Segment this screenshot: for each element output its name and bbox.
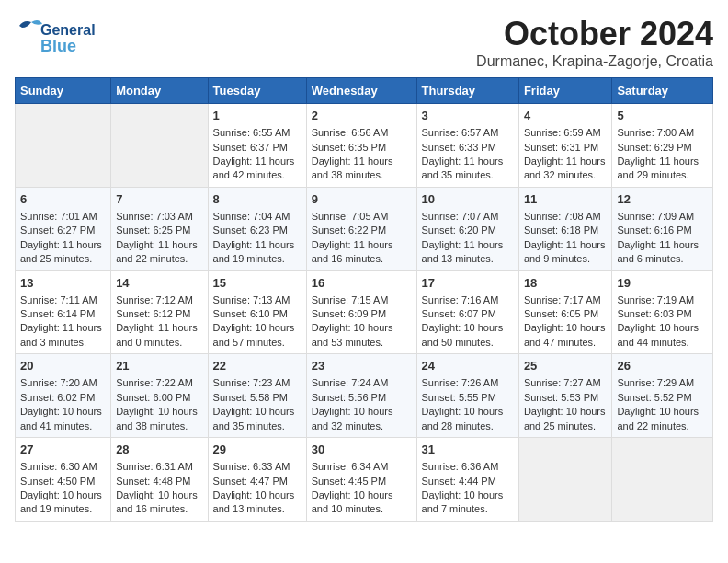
sunrise-label: Sunrise: 7:09 AM <box>617 211 694 222</box>
day-cell: 31Sunrise: 6:36 AMSunset: 4:44 PMDayligh… <box>416 438 518 522</box>
day-number: 5 <box>617 108 708 124</box>
day-number: 13 <box>20 275 106 292</box>
day-number: 17 <box>422 275 514 292</box>
day-cell: 6Sunrise: 7:01 AMSunset: 6:27 PMDaylight… <box>16 187 111 270</box>
daylight-label: Daylight: 10 hours and 44 minutes. <box>617 322 699 347</box>
daylight-label: Daylight: 11 hours and 32 minutes. <box>524 155 606 180</box>
sunrise-label: Sunrise: 7:16 AM <box>422 294 499 305</box>
daylight-label: Daylight: 11 hours and 38 minutes. <box>312 155 393 180</box>
daylight-label: Daylight: 10 hours and 38 minutes. <box>116 406 198 431</box>
sunrise-label: Sunrise: 7:08 AM <box>524 211 601 222</box>
day-number: 14 <box>116 275 202 292</box>
day-cell: 24Sunrise: 7:26 AMSunset: 5:55 PMDayligh… <box>416 354 518 438</box>
day-cell: 1Sunrise: 6:55 AMSunset: 6:37 PMDaylight… <box>208 104 306 188</box>
sunrise-label: Sunrise: 7:17 AM <box>524 294 601 305</box>
sunrise-label: Sunrise: 7:27 AM <box>524 377 601 388</box>
title-block: October 2024 Durmanec, Krapina-Zagorje, … <box>476 15 713 70</box>
daylight-label: Daylight: 11 hours and 19 minutes. <box>213 239 295 264</box>
day-cell: 12Sunrise: 7:09 AMSunset: 6:16 PMDayligh… <box>612 187 713 270</box>
day-cell: 4Sunrise: 6:59 AMSunset: 6:31 PMDaylight… <box>518 104 612 188</box>
week-row-4: 20Sunrise: 7:20 AMSunset: 6:02 PMDayligh… <box>16 354 713 438</box>
day-number: 11 <box>524 191 608 208</box>
daylight-label: Daylight: 10 hours and 50 minutes. <box>422 322 504 347</box>
daylight-label: Daylight: 11 hours and 3 minutes. <box>20 322 102 347</box>
sunset-label: Sunset: 6:29 PM <box>617 142 691 153</box>
day-cell: 30Sunrise: 6:34 AMSunset: 4:45 PMDayligh… <box>306 438 416 522</box>
sunrise-label: Sunrise: 7:03 AM <box>116 211 193 222</box>
day-number: 3 <box>422 108 514 124</box>
sunset-label: Sunset: 5:52 PM <box>617 392 691 403</box>
day-cell: 7Sunrise: 7:03 AMSunset: 6:25 PMDaylight… <box>111 187 208 270</box>
daylight-label: Daylight: 10 hours and 13 minutes. <box>213 489 295 514</box>
daylight-label: Daylight: 10 hours and 22 minutes. <box>617 406 699 431</box>
sunset-label: Sunset: 6:35 PM <box>312 142 386 153</box>
svg-text:General: General <box>40 22 96 38</box>
sunrise-label: Sunrise: 7:13 AM <box>213 294 290 305</box>
daylight-label: Daylight: 11 hours and 13 minutes. <box>422 239 504 264</box>
daylight-label: Daylight: 11 hours and 29 minutes. <box>617 155 699 180</box>
day-cell: 11Sunrise: 7:08 AMSunset: 6:18 PMDayligh… <box>518 187 612 270</box>
daylight-label: Daylight: 10 hours and 41 minutes. <box>20 406 102 431</box>
sunset-label: Sunset: 5:55 PM <box>422 392 496 403</box>
sunset-label: Sunset: 4:48 PM <box>116 476 190 487</box>
daylight-label: Daylight: 11 hours and 25 minutes. <box>20 239 102 264</box>
day-cell: 17Sunrise: 7:16 AMSunset: 6:07 PMDayligh… <box>416 270 518 354</box>
day-number: 19 <box>617 275 708 292</box>
day-number: 28 <box>116 442 202 458</box>
day-number: 15 <box>213 275 301 292</box>
sunset-label: Sunset: 5:58 PM <box>213 392 288 403</box>
sunrise-label: Sunrise: 6:36 AM <box>422 461 499 472</box>
day-cell: 22Sunrise: 7:23 AMSunset: 5:58 PMDayligh… <box>208 354 306 438</box>
day-number: 4 <box>524 108 608 124</box>
day-number: 18 <box>524 275 608 292</box>
daylight-label: Daylight: 10 hours and 35 minutes. <box>213 406 295 431</box>
sunrise-label: Sunrise: 7:22 AM <box>116 377 193 388</box>
sunrise-label: Sunrise: 7:26 AM <box>422 377 499 388</box>
sunset-label: Sunset: 4:50 PM <box>20 476 95 487</box>
day-cell: 14Sunrise: 7:12 AMSunset: 6:12 PMDayligh… <box>111 270 208 354</box>
day-cell: 15Sunrise: 7:13 AMSunset: 6:10 PMDayligh… <box>208 270 306 354</box>
sunrise-label: Sunrise: 6:30 AM <box>20 461 97 472</box>
page-header: General Blue October 2024 Durmanec, Krap… <box>15 15 713 70</box>
sunset-label: Sunset: 6:31 PM <box>524 142 598 153</box>
daylight-label: Daylight: 10 hours and 19 minutes. <box>20 489 102 514</box>
sunrise-label: Sunrise: 7:15 AM <box>312 294 389 305</box>
day-number: 20 <box>20 358 106 374</box>
sunset-label: Sunset: 6:02 PM <box>20 392 95 403</box>
week-row-1: 1Sunrise: 6:55 AMSunset: 6:37 PMDaylight… <box>16 104 713 188</box>
sunset-label: Sunset: 6:10 PM <box>213 308 288 319</box>
header-tuesday: Tuesday <box>208 78 306 104</box>
day-number: 21 <box>116 358 202 374</box>
day-cell: 29Sunrise: 6:33 AMSunset: 4:47 PMDayligh… <box>208 438 306 522</box>
sunset-label: Sunset: 6:25 PM <box>116 224 190 236</box>
day-number: 2 <box>312 108 412 124</box>
sunrise-label: Sunrise: 7:12 AM <box>116 294 193 305</box>
day-cell: 10Sunrise: 7:07 AMSunset: 6:20 PMDayligh… <box>416 187 518 270</box>
day-number: 22 <box>213 358 301 374</box>
day-number: 31 <box>422 442 514 458</box>
daylight-label: Daylight: 11 hours and 9 minutes. <box>524 239 606 264</box>
sunrise-label: Sunrise: 7:01 AM <box>20 211 97 222</box>
sunset-label: Sunset: 6:27 PM <box>20 224 95 236</box>
sunrise-label: Sunrise: 7:20 AM <box>20 377 97 388</box>
header-thursday: Thursday <box>416 78 518 104</box>
sunset-label: Sunset: 6:03 PM <box>617 308 691 319</box>
sunrise-label: Sunrise: 6:57 AM <box>422 127 499 138</box>
sunset-label: Sunset: 6:20 PM <box>422 224 496 236</box>
day-number: 23 <box>312 358 412 374</box>
day-number: 16 <box>312 275 412 292</box>
day-cell: 27Sunrise: 6:30 AMSunset: 4:50 PMDayligh… <box>16 438 111 522</box>
daylight-label: Daylight: 10 hours and 53 minutes. <box>312 322 393 347</box>
day-cell <box>518 438 612 522</box>
header-sunday: Sunday <box>16 78 111 104</box>
day-cell: 20Sunrise: 7:20 AMSunset: 6:02 PMDayligh… <box>16 354 111 438</box>
sunrise-label: Sunrise: 6:31 AM <box>116 461 193 472</box>
day-cell <box>16 104 111 188</box>
daylight-label: Daylight: 10 hours and 57 minutes. <box>213 322 295 347</box>
sunset-label: Sunset: 4:45 PM <box>312 476 386 487</box>
day-cell: 13Sunrise: 7:11 AMSunset: 6:14 PMDayligh… <box>16 270 111 354</box>
week-row-3: 13Sunrise: 7:11 AMSunset: 6:14 PMDayligh… <box>16 270 713 354</box>
day-cell: 21Sunrise: 7:22 AMSunset: 6:00 PMDayligh… <box>111 354 208 438</box>
sunrise-label: Sunrise: 6:59 AM <box>524 127 601 138</box>
sunrise-label: Sunrise: 7:19 AM <box>617 294 694 305</box>
